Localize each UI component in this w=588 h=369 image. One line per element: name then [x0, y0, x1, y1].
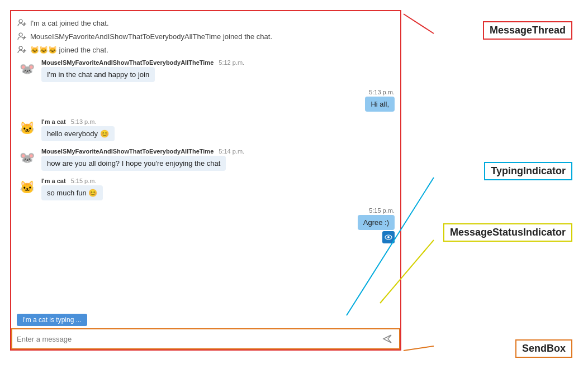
svg-line-14: [404, 346, 434, 351]
svg-point-0: [19, 20, 22, 23]
timestamp-4: 5:14 p.m.: [219, 148, 244, 155]
msg-bubble-group-1: MouseISMyFavoriteAndIShowThatToEverybody…: [41, 59, 244, 82]
sender-name-5: I'm a cat: [41, 178, 66, 184]
avatar-mouse-1: 🐭: [17, 59, 37, 79]
message-thread-container: I'm a cat joined the chat. MouseISMyFavo…: [10, 10, 401, 351]
msg-bubble-5: so much fun 😊: [41, 185, 103, 200]
send-icon: [382, 334, 392, 344]
svg-point-3: [19, 33, 22, 36]
join-event-2: MouseISMyFavoriteAndIShowThatToEverybody…: [17, 31, 395, 41]
send-button[interactable]: [380, 333, 395, 345]
table-row: 5:15 p.m. Agree :): [17, 207, 395, 243]
person-join-icon-1: [17, 18, 27, 28]
msg-meta-5: I'm a cat 5:15 p.m.: [41, 178, 103, 184]
message-status-indicator: [382, 231, 395, 243]
label-sendbox: SendBox: [515, 339, 572, 358]
outer-wrapper: I'm a cat joined the chat. MouseISMyFavo…: [0, 0, 588, 369]
eye-icon: [385, 233, 392, 241]
message-input[interactable]: [17, 335, 380, 343]
typing-text: I'm a cat is typing ...: [17, 314, 87, 326]
label-messagestatusindicator: MessageStatusIndicator: [443, 223, 572, 242]
join-text-2: MouseISMyFavoriteAndIShowThatToEverybody…: [30, 32, 272, 41]
msg-meta-4: MouseISMyFavoriteAndIShowThatToEverybody…: [41, 148, 244, 155]
person-join-icon-3: [17, 45, 27, 55]
msg-bubble-4: how are you all doing? I hope you're enj…: [41, 156, 226, 171]
msg-meta-2: 5:13 p.m.: [369, 89, 395, 95]
timestamp-3: 5:13 p.m.: [71, 118, 97, 125]
outgoing-wrapper-2: 5:13 p.m. Hi all,: [365, 89, 395, 112]
msg-bubble-6: Agree :): [358, 215, 395, 230]
sender-name-3: I'm a cat: [41, 118, 66, 125]
table-row: 🐱 I'm a cat 5:13 p.m. hello everybody 😊: [17, 118, 395, 141]
timestamp-1: 5:12 p.m.: [219, 59, 244, 66]
msg-bubble-group-5: I'm a cat 5:15 p.m. so much fun 😊: [41, 178, 103, 200]
message-thread[interactable]: I'm a cat joined the chat. MouseISMyFavo…: [11, 11, 400, 312]
join-text-1: I'm a cat joined the chat.: [30, 19, 109, 27]
sendbox: [11, 328, 400, 349]
outgoing-wrapper-6: 5:15 p.m. Agree :): [358, 207, 395, 243]
join-event-1: I'm a cat joined the chat.: [17, 18, 395, 28]
label-messagethread-text: MessageThread: [490, 25, 566, 36]
join-text-3: 🐱🐱🐱 joined the chat.: [30, 46, 108, 54]
messages-area: 🐭 MouseISMyFavoriteAndIShowThatToEverybo…: [17, 59, 395, 243]
msg-bubble-2: Hi all,: [365, 97, 395, 112]
msg-bubble-group-4: MouseISMyFavoriteAndIShowThatToEverybody…: [41, 148, 244, 171]
table-row: 🐭 MouseISMyFavoriteAndIShowThatToEverybo…: [17, 59, 395, 82]
label-typingindicator: TypingIndicator: [484, 162, 572, 180]
avatar-cat-2: 🐱: [17, 178, 37, 198]
msg-meta-3: I'm a cat 5:13 p.m.: [41, 118, 115, 125]
label-status-text: MessageStatusIndicator: [450, 227, 566, 238]
avatar-cat-1: 🐱: [17, 118, 37, 138]
person-join-icon-2: [17, 31, 27, 41]
msg-meta-6: 5:15 p.m.: [369, 207, 395, 214]
svg-line-11: [404, 14, 434, 33]
label-typing-text: TypingIndicator: [491, 165, 566, 176]
label-sendbox-text: SendBox: [522, 343, 566, 354]
table-row: 🐱 I'm a cat 5:15 p.m. so much fun 😊: [17, 178, 395, 200]
timestamp-5: 5:15 p.m.: [71, 178, 97, 184]
table-row: 5:13 p.m. Hi all,: [17, 89, 395, 112]
svg-point-6: [19, 46, 22, 50]
svg-point-10: [387, 236, 390, 238]
avatar-mouse-2: 🐭: [17, 148, 37, 168]
join-event-3: 🐱🐱🐱 joined the chat.: [17, 45, 395, 55]
msg-bubble-3: hello everybody 😊: [41, 126, 115, 141]
msg-bubble-1: I'm in the chat and happy to join: [41, 67, 155, 82]
label-messagethread: MessageThread: [483, 21, 572, 40]
table-row: 🐭 MouseISMyFavoriteAndIShowThatToEverybo…: [17, 148, 395, 171]
sender-name-4: MouseISMyFavoriteAndIShowThatToEverybody…: [41, 148, 214, 155]
sender-name-1: MouseISMyFavoriteAndIShowThatToEverybody…: [41, 59, 214, 66]
msg-meta-1: MouseISMyFavoriteAndIShowThatToEverybody…: [41, 59, 244, 66]
typing-indicator: I'm a cat is typing ...: [11, 312, 400, 328]
msg-bubble-group-3: I'm a cat 5:13 p.m. hello everybody 😊: [41, 118, 115, 141]
